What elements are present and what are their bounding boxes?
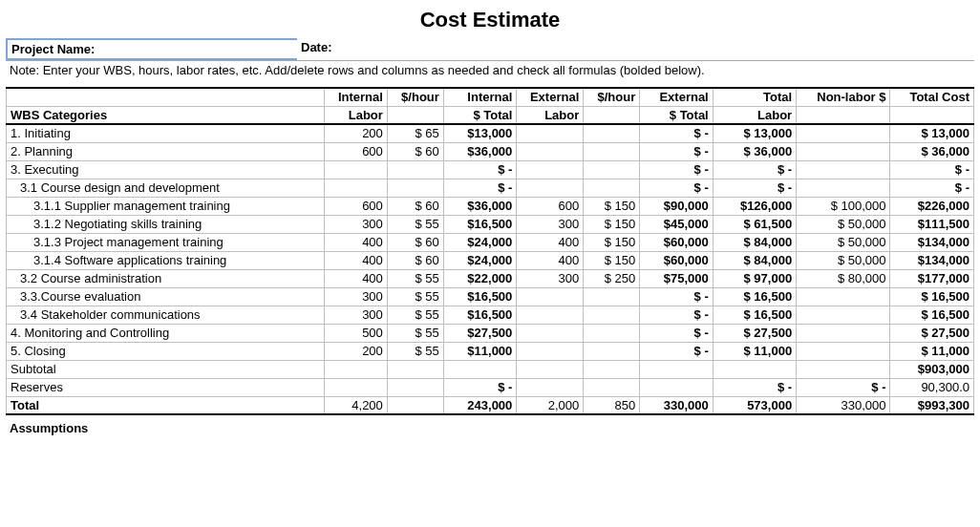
external-labor [517, 287, 584, 306]
non-labor: $ 50,000 [797, 215, 890, 233]
total-cost: $ 16,500 [890, 306, 974, 324]
table-row[interactable]: 5. Closing200$ 55$11,000$ -$ 11,000$ 11,… [7, 342, 974, 360]
internal-total: $36,000 [443, 142, 516, 160]
internal-rate: $ 55 [387, 287, 443, 306]
total-cost: $134,000 [890, 251, 974, 269]
non-labor [797, 124, 890, 142]
wbs-name: 2. Planning [7, 142, 325, 160]
wbs-name: 4. Monitoring and Controlling [7, 324, 325, 342]
table-row[interactable]: 2. Planning600$ 60$36,000$ -$ 36,000$ 36… [7, 142, 974, 160]
non-labor: $ 100,000 [797, 197, 890, 215]
table-row[interactable]: 3.1 Course design and development$ -$ -$… [7, 179, 974, 197]
total-cost: $177,000 [890, 269, 974, 287]
internal-rate [387, 179, 443, 197]
external-labor: 300 [517, 269, 584, 287]
external-rate: $ 150 [584, 251, 640, 269]
non-labor [797, 324, 890, 342]
external-rate [584, 124, 640, 142]
table-row[interactable]: 3.1.3 Project management training400$ 60… [7, 233, 974, 251]
internal-labor: 400 [325, 251, 388, 269]
total-row[interactable]: Total 4,200 243,000 2,000 850 330,000 57… [7, 396, 974, 414]
internal-total: $16,500 [443, 287, 516, 306]
non-labor [797, 287, 890, 306]
internal-total: $36,000 [443, 197, 516, 215]
non-labor: $ 80,000 [797, 269, 890, 287]
external-total: $75,000 [640, 269, 713, 287]
internal-total: $16,500 [443, 215, 516, 233]
internal-total: $22,000 [443, 269, 516, 287]
internal-total: $27,500 [443, 324, 516, 342]
wbs-name: 5. Closing [7, 342, 325, 360]
external-total: $ - [640, 142, 713, 160]
external-labor [517, 324, 584, 342]
table-row[interactable]: 3. Executing$ -$ -$ -$ - [7, 160, 974, 179]
internal-labor [325, 160, 388, 179]
wbs-name: 1. Initiating [7, 124, 325, 142]
wbs-name: 3.4 Stakeholder communications [7, 306, 325, 324]
internal-total: $24,000 [443, 251, 516, 269]
external-labor [517, 342, 584, 360]
total-cost: $134,000 [890, 233, 974, 251]
internal-rate [387, 160, 443, 179]
internal-labor: 600 [325, 197, 388, 215]
assumptions-label: Assumptions [6, 415, 974, 441]
external-total: $ - [640, 179, 713, 197]
non-labor [797, 179, 890, 197]
external-total: $45,000 [640, 215, 713, 233]
table-row[interactable]: 3.1.1 Supplier management training600$ 6… [7, 197, 974, 215]
internal-rate: $ 55 [387, 215, 443, 233]
wbs-name: 3.2 Course administration [7, 269, 325, 287]
table-row[interactable]: 1. Initiating200$ 65$13,000$ -$ 13,000$ … [7, 124, 974, 142]
table-row[interactable]: 3.4 Stakeholder communications300$ 55$16… [7, 306, 974, 324]
external-labor: 400 [517, 233, 584, 251]
subtotal-row[interactable]: Subtotal $903,000 [7, 360, 974, 378]
total-labor: $ 11,000 [713, 342, 796, 360]
internal-rate: $ 60 [387, 233, 443, 251]
external-labor [517, 124, 584, 142]
header-row-1: Internal $/hour Internal External $/hour… [7, 88, 974, 106]
external-total: $ - [640, 160, 713, 179]
external-rate [584, 342, 640, 360]
external-rate [584, 179, 640, 197]
reserves-row[interactable]: Reserves $ - $ - $ - 90,300.0 [7, 378, 974, 396]
total-labor: $ - [713, 160, 796, 179]
total-cost: $111,500 [890, 215, 974, 233]
project-name-label[interactable]: Project Name: [6, 38, 297, 60]
table-row[interactable]: 3.3.Course evaluation300$ 55$16,500$ -$ … [7, 287, 974, 306]
external-rate [584, 142, 640, 160]
external-labor: 600 [517, 197, 584, 215]
external-total: $ - [640, 287, 713, 306]
title: Cost Estimate [6, 4, 974, 38]
table-row[interactable]: 4. Monitoring and Controlling500$ 55$27,… [7, 324, 974, 342]
table-row[interactable]: 3.2 Course administration400$ 55$22,0003… [7, 269, 974, 287]
total-labor: $ 84,000 [713, 233, 796, 251]
external-labor [517, 306, 584, 324]
internal-rate: $ 55 [387, 324, 443, 342]
external-rate: $ 150 [584, 233, 640, 251]
total-labor: $ 16,500 [713, 306, 796, 324]
total-labor: $ 84,000 [713, 251, 796, 269]
external-labor [517, 160, 584, 179]
table-row[interactable]: 3.1.2 Negotiating skills training300$ 55… [7, 215, 974, 233]
external-total: $90,000 [640, 197, 713, 215]
external-rate: $ 150 [584, 197, 640, 215]
cost-table[interactable]: Internal $/hour Internal External $/hour… [6, 87, 974, 415]
wbs-name: 3.3.Course evaluation [7, 287, 325, 306]
internal-total: $13,000 [443, 124, 516, 142]
wbs-name: 3.1 Course design and development [7, 179, 325, 197]
table-row[interactable]: 3.1.4 Software applications training400$… [7, 251, 974, 269]
internal-total: $ - [443, 179, 516, 197]
external-rate: $ 250 [584, 269, 640, 287]
internal-labor: 400 [325, 233, 388, 251]
total-cost: $226,000 [890, 197, 974, 215]
total-cost: $ 16,500 [890, 287, 974, 306]
internal-labor [325, 179, 388, 197]
external-total: $60,000 [640, 251, 713, 269]
external-total: $ - [640, 124, 713, 142]
date-label[interactable]: Date: [297, 38, 354, 60]
internal-total: $ - [443, 160, 516, 179]
non-labor [797, 342, 890, 360]
total-labor: $ 13,000 [713, 124, 796, 142]
wbs-name: 3.1.2 Negotiating skills training [7, 215, 325, 233]
internal-rate: $ 55 [387, 269, 443, 287]
